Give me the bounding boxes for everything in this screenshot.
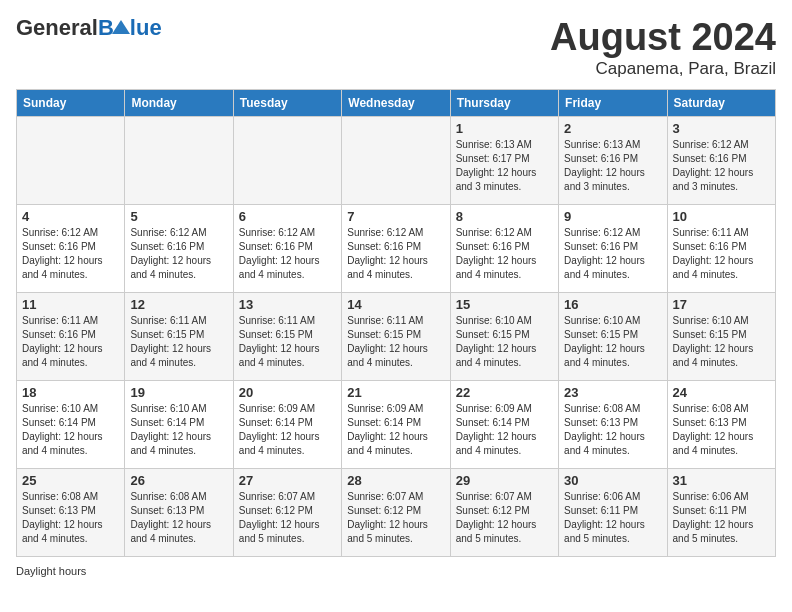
table-row: 14Sunrise: 6:11 AM Sunset: 6:15 PM Dayli…: [342, 293, 450, 381]
day-info: Sunrise: 6:12 AM Sunset: 6:16 PM Dayligh…: [347, 226, 444, 282]
day-number: 28: [347, 473, 444, 488]
table-row: 20Sunrise: 6:09 AM Sunset: 6:14 PM Dayli…: [233, 381, 341, 469]
table-row: 12Sunrise: 6:11 AM Sunset: 6:15 PM Dayli…: [125, 293, 233, 381]
calendar-week-row: 4Sunrise: 6:12 AM Sunset: 6:16 PM Daylig…: [17, 205, 776, 293]
day-number: 13: [239, 297, 336, 312]
page-header: General B lue August 2024 Capanema, Para…: [16, 16, 776, 79]
day-info: Sunrise: 6:06 AM Sunset: 6:11 PM Dayligh…: [564, 490, 661, 546]
day-number: 20: [239, 385, 336, 400]
day-info: Sunrise: 6:07 AM Sunset: 6:12 PM Dayligh…: [239, 490, 336, 546]
logo-text: General B lue: [16, 16, 162, 40]
table-row: 9Sunrise: 6:12 AM Sunset: 6:16 PM Daylig…: [559, 205, 667, 293]
day-number: 16: [564, 297, 661, 312]
day-number: 8: [456, 209, 553, 224]
table-row: 3Sunrise: 6:12 AM Sunset: 6:16 PM Daylig…: [667, 117, 775, 205]
day-number: 10: [673, 209, 770, 224]
title-block: August 2024 Capanema, Para, Brazil: [550, 16, 776, 79]
day-info: Sunrise: 6:09 AM Sunset: 6:14 PM Dayligh…: [347, 402, 444, 458]
col-monday: Monday: [125, 90, 233, 117]
day-info: Sunrise: 6:07 AM Sunset: 6:12 PM Dayligh…: [347, 490, 444, 546]
day-info: Sunrise: 6:12 AM Sunset: 6:16 PM Dayligh…: [239, 226, 336, 282]
day-info: Sunrise: 6:10 AM Sunset: 6:15 PM Dayligh…: [673, 314, 770, 370]
day-number: 22: [456, 385, 553, 400]
logo: General B lue: [16, 16, 162, 40]
table-row: 31Sunrise: 6:06 AM Sunset: 6:11 PM Dayli…: [667, 469, 775, 557]
day-info: Sunrise: 6:06 AM Sunset: 6:11 PM Dayligh…: [673, 490, 770, 546]
day-number: 18: [22, 385, 119, 400]
day-number: 11: [22, 297, 119, 312]
page-subtitle: Capanema, Para, Brazil: [550, 59, 776, 79]
day-number: 19: [130, 385, 227, 400]
table-row: 23Sunrise: 6:08 AM Sunset: 6:13 PM Dayli…: [559, 381, 667, 469]
day-number: 31: [673, 473, 770, 488]
table-row: 29Sunrise: 6:07 AM Sunset: 6:12 PM Dayli…: [450, 469, 558, 557]
day-info: Sunrise: 6:11 AM Sunset: 6:15 PM Dayligh…: [239, 314, 336, 370]
calendar-table: Sunday Monday Tuesday Wednesday Thursday…: [16, 89, 776, 557]
page-title: August 2024: [550, 16, 776, 59]
table-row: 6Sunrise: 6:12 AM Sunset: 6:16 PM Daylig…: [233, 205, 341, 293]
day-number: 2: [564, 121, 661, 136]
day-info: Sunrise: 6:10 AM Sunset: 6:15 PM Dayligh…: [564, 314, 661, 370]
table-row: 11Sunrise: 6:11 AM Sunset: 6:16 PM Dayli…: [17, 293, 125, 381]
day-info: Sunrise: 6:13 AM Sunset: 6:16 PM Dayligh…: [564, 138, 661, 194]
day-number: 15: [456, 297, 553, 312]
day-info: Sunrise: 6:13 AM Sunset: 6:17 PM Dayligh…: [456, 138, 553, 194]
table-row: 16Sunrise: 6:10 AM Sunset: 6:15 PM Dayli…: [559, 293, 667, 381]
table-row: [17, 117, 125, 205]
day-number: 4: [22, 209, 119, 224]
daylight-hours-label: Daylight hours: [16, 565, 86, 577]
day-number: 23: [564, 385, 661, 400]
day-info: Sunrise: 6:12 AM Sunset: 6:16 PM Dayligh…: [673, 138, 770, 194]
day-number: 1: [456, 121, 553, 136]
table-row: 15Sunrise: 6:10 AM Sunset: 6:15 PM Dayli…: [450, 293, 558, 381]
logo-triangle-icon: [112, 18, 130, 36]
table-row: 21Sunrise: 6:09 AM Sunset: 6:14 PM Dayli…: [342, 381, 450, 469]
day-info: Sunrise: 6:10 AM Sunset: 6:14 PM Dayligh…: [130, 402, 227, 458]
day-info: Sunrise: 6:10 AM Sunset: 6:15 PM Dayligh…: [456, 314, 553, 370]
calendar-week-row: 11Sunrise: 6:11 AM Sunset: 6:16 PM Dayli…: [17, 293, 776, 381]
day-number: 9: [564, 209, 661, 224]
day-number: 3: [673, 121, 770, 136]
day-info: Sunrise: 6:10 AM Sunset: 6:14 PM Dayligh…: [22, 402, 119, 458]
calendar-week-row: 1Sunrise: 6:13 AM Sunset: 6:17 PM Daylig…: [17, 117, 776, 205]
table-row: [125, 117, 233, 205]
table-row: 22Sunrise: 6:09 AM Sunset: 6:14 PM Dayli…: [450, 381, 558, 469]
day-number: 21: [347, 385, 444, 400]
col-wednesday: Wednesday: [342, 90, 450, 117]
day-info: Sunrise: 6:12 AM Sunset: 6:16 PM Dayligh…: [564, 226, 661, 282]
day-info: Sunrise: 6:12 AM Sunset: 6:16 PM Dayligh…: [130, 226, 227, 282]
col-saturday: Saturday: [667, 90, 775, 117]
col-sunday: Sunday: [17, 90, 125, 117]
table-row: 2Sunrise: 6:13 AM Sunset: 6:16 PM Daylig…: [559, 117, 667, 205]
day-info: Sunrise: 6:08 AM Sunset: 6:13 PM Dayligh…: [130, 490, 227, 546]
table-row: [342, 117, 450, 205]
table-row: 25Sunrise: 6:08 AM Sunset: 6:13 PM Dayli…: [17, 469, 125, 557]
table-row: 18Sunrise: 6:10 AM Sunset: 6:14 PM Dayli…: [17, 381, 125, 469]
table-row: 7Sunrise: 6:12 AM Sunset: 6:16 PM Daylig…: [342, 205, 450, 293]
day-info: Sunrise: 6:11 AM Sunset: 6:16 PM Dayligh…: [673, 226, 770, 282]
day-number: 30: [564, 473, 661, 488]
day-number: 12: [130, 297, 227, 312]
table-row: 13Sunrise: 6:11 AM Sunset: 6:15 PM Dayli…: [233, 293, 341, 381]
day-info: Sunrise: 6:08 AM Sunset: 6:13 PM Dayligh…: [564, 402, 661, 458]
day-info: Sunrise: 6:09 AM Sunset: 6:14 PM Dayligh…: [239, 402, 336, 458]
table-row: 24Sunrise: 6:08 AM Sunset: 6:13 PM Dayli…: [667, 381, 775, 469]
table-row: 30Sunrise: 6:06 AM Sunset: 6:11 PM Dayli…: [559, 469, 667, 557]
col-friday: Friday: [559, 90, 667, 117]
day-info: Sunrise: 6:11 AM Sunset: 6:15 PM Dayligh…: [130, 314, 227, 370]
day-number: 29: [456, 473, 553, 488]
table-row: 1Sunrise: 6:13 AM Sunset: 6:17 PM Daylig…: [450, 117, 558, 205]
day-info: Sunrise: 6:09 AM Sunset: 6:14 PM Dayligh…: [456, 402, 553, 458]
day-info: Sunrise: 6:08 AM Sunset: 6:13 PM Dayligh…: [22, 490, 119, 546]
calendar-header-row: Sunday Monday Tuesday Wednesday Thursday…: [17, 90, 776, 117]
day-info: Sunrise: 6:07 AM Sunset: 6:12 PM Dayligh…: [456, 490, 553, 546]
table-row: 8Sunrise: 6:12 AM Sunset: 6:16 PM Daylig…: [450, 205, 558, 293]
table-row: 4Sunrise: 6:12 AM Sunset: 6:16 PM Daylig…: [17, 205, 125, 293]
table-row: 10Sunrise: 6:11 AM Sunset: 6:16 PM Dayli…: [667, 205, 775, 293]
day-number: 24: [673, 385, 770, 400]
day-number: 25: [22, 473, 119, 488]
day-info: Sunrise: 6:12 AM Sunset: 6:16 PM Dayligh…: [456, 226, 553, 282]
col-thursday: Thursday: [450, 90, 558, 117]
day-number: 6: [239, 209, 336, 224]
day-number: 5: [130, 209, 227, 224]
